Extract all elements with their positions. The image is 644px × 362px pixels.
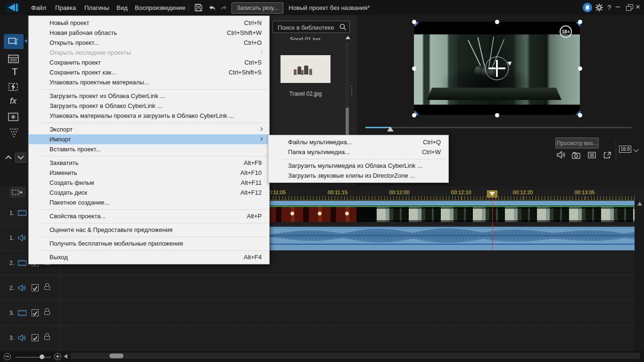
menu-item-open-recent[interactable]: Открыть последние проекты (29, 48, 269, 58)
ruler-label: 00:12:10 (451, 189, 471, 195)
selection-handle-mr[interactable] (578, 66, 582, 71)
library-item-label: Travel 02.jpg (275, 90, 336, 97)
render-preview-button[interactable]: Просмотр виз... (555, 138, 599, 148)
menu-item-project-properties[interactable]: Свойства проекта...Alt+P (29, 211, 269, 221)
menubar-edit[interactable]: Правка (55, 4, 76, 11)
track-header-audio2[interactable]: 2. (0, 276, 60, 301)
playhead-line (492, 197, 493, 250)
preview-seek-handle[interactable] (387, 126, 394, 132)
menu-separator (42, 89, 267, 90)
selection-handle-tl[interactable] (412, 20, 416, 24)
undo-icon[interactable] (208, 4, 216, 12)
zoom-slider[interactable] (16, 357, 51, 358)
menu-item-create-disc[interactable]: Создать дискAlt+F12 (29, 188, 269, 197)
zoom-out-button[interactable] (4, 353, 11, 360)
project-room-icon[interactable] (8, 54, 20, 64)
selection-handle-ml[interactable] (412, 66, 416, 71)
effect-room-icon[interactable]: fx (10, 96, 17, 106)
undock-preview-icon[interactable] (603, 151, 611, 159)
settings-gear-icon[interactable] (595, 3, 603, 12)
menu-item-open-project[interactable]: Открыть проект...Ctrl+O (29, 38, 269, 48)
rail-scroll-down-button[interactable] (15, 153, 27, 163)
close-button[interactable]: × (636, 2, 640, 12)
aspect-ratio-selector[interactable]: 16:9 (619, 146, 631, 153)
library-scroll-up-icon[interactable] (346, 36, 350, 39)
snapshot-camera-icon[interactable] (572, 152, 581, 159)
selection-handle-tc[interactable] (495, 20, 499, 24)
menu-item-import-media-files[interactable]: Файлы мультимедиа...Ctrl+Q (268, 137, 448, 147)
selection-handle-bl[interactable] (412, 113, 416, 117)
menu-item-edit[interactable]: ИзменитьAlt+F10 (29, 168, 269, 178)
track-enable-checkbox[interactable] (32, 284, 39, 291)
menu-item-upload-project-to-cloud[interactable]: Загрузить проект в Облако CyberLink ... (29, 101, 269, 111)
menu-item-pack-and-upload-to-cloud[interactable]: Упаковать материалы проекта и загрузить … (29, 111, 269, 121)
volume-icon[interactable] (557, 151, 566, 159)
playhead-marker[interactable] (487, 190, 497, 197)
zoom-slider-handle[interactable] (40, 354, 44, 359)
redo-icon[interactable] (220, 4, 228, 12)
search-input[interactable] (277, 22, 338, 33)
track-lock-icon[interactable] (44, 308, 51, 317)
menu-item-capture[interactable]: ЗахватитьAlt+F9 (29, 158, 269, 168)
menubar-file[interactable]: Файл (31, 4, 46, 11)
track-header-audio3[interactable]: 3. (0, 326, 60, 351)
menu-item-export[interactable]: Экспорт (29, 124, 269, 134)
timeline-horizontal-scrollbar[interactable] (71, 353, 640, 359)
panel-splitter-handle[interactable] (351, 86, 352, 96)
library-thumbnail-travel02[interactable] (281, 55, 330, 83)
video-clip-thumbnails-scene2[interactable] (375, 207, 635, 222)
ruler-label: 00:13:05 (575, 189, 595, 195)
timeline-vertical-scrollbar[interactable] (635, 201, 644, 351)
menu-item-produce-movie[interactable]: Создать фильмAlt+F11 (29, 178, 269, 188)
menu-item-import[interactable]: Импорт (29, 134, 269, 144)
menu-item-download-media-from-cloud[interactable]: Загрузить мультимедиа из Облака CyberLin… (268, 161, 448, 171)
transition-room-icon[interactable] (8, 82, 20, 92)
menubar-view[interactable]: Вид (116, 4, 128, 11)
track-enable-checkbox[interactable] (32, 334, 39, 341)
minimize-button[interactable]: – (616, 2, 620, 11)
selection-handle-tr[interactable] (578, 20, 582, 24)
selection-handle-br[interactable] (578, 113, 582, 117)
menu-item-save-project[interactable]: Сохранить проектCtrl+S (29, 58, 269, 67)
rail-scroll-up-icon[interactable] (5, 155, 12, 160)
menu-item-import-media-folder[interactable]: Папка мультимедиа...Ctrl+W (268, 147, 448, 157)
track-header-video3[interactable]: 3. (0, 301, 60, 326)
track-enable-checkbox[interactable] (32, 309, 39, 316)
menubar-plugins[interactable]: Плагины (84, 4, 109, 11)
paint-designer-room-icon[interactable] (9, 128, 19, 138)
preview-quality-list-icon[interactable] (588, 152, 596, 159)
track-lock-icon[interactable] (44, 283, 51, 292)
record-result-button[interactable]: Записать резу... (231, 2, 283, 14)
menu-item-new-workspace[interactable]: Новая рабочая областьCtrl+Shift+W (29, 28, 269, 38)
menu-item-get-mobile-apps[interactable]: Получить бесплатные мобильные приложения (29, 239, 269, 248)
save-icon[interactable] (194, 3, 203, 12)
scroll-left-icon[interactable] (64, 354, 67, 359)
menubar-playback[interactable]: Воспроизведение (135, 4, 185, 11)
help-button[interactable]: ? (607, 3, 611, 11)
timeline-scrollbar-thumb[interactable] (109, 354, 124, 358)
menu-item-new-project[interactable]: Новый проектCtrl+N (29, 18, 269, 28)
zoom-in-button[interactable] (54, 353, 61, 360)
library-search-box[interactable] (272, 21, 350, 33)
menu-item-rate-us[interactable]: Оцените нас & Предоставьте предложения (29, 225, 269, 235)
video-track-icon (18, 210, 26, 216)
notifications-bell-icon[interactable] (583, 3, 592, 12)
title-room-icon[interactable]: T (12, 66, 18, 77)
menu-item-save-project-as[interactable]: Сохранить проект как...Ctrl+Shift+S (29, 67, 269, 77)
menu-item-pack-project-materials[interactable]: Упаковать проектные материалы... (29, 77, 269, 87)
menu-item-download-audio-from-directorzone[interactable]: Загрузить звуковые клипы из DirectorZone… (268, 171, 448, 181)
menu-item-download-project-from-cloud[interactable]: Загрузить проект из Облака CyberLink ... (29, 91, 269, 101)
restore-button[interactable] (626, 4, 633, 10)
menu-item-batch-produce[interactable]: Пакетное создание... (29, 197, 269, 207)
particle-room-icon[interactable] (8, 112, 20, 122)
video-clip-thumbnails-dark[interactable] (356, 207, 375, 222)
menu-item-insert-project[interactable]: Вставить проект... (29, 144, 269, 154)
timeline-scroll-up-icon[interactable] (637, 202, 642, 206)
track-lock-icon[interactable] (44, 333, 51, 342)
preview-seek-bar[interactable] (365, 127, 632, 128)
library-scrollbar-thumb[interactable] (346, 107, 349, 137)
media-room-button[interactable] (4, 34, 24, 49)
menu-item-exit[interactable]: ВыходAlt+F4 (29, 252, 269, 262)
track-manager-button[interactable] (9, 187, 25, 198)
selection-handle-bc[interactable] (495, 113, 499, 117)
